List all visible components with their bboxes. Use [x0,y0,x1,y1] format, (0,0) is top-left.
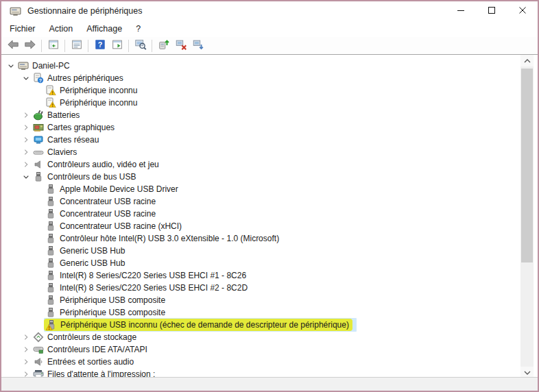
device-manager-icon [10,5,21,17]
usb-icon [45,258,56,269]
menu-item-fichier[interactable]: Fichier [3,22,43,36]
update-driver-button[interactable] [155,38,172,53]
warning-device-icon: ! [45,85,56,96]
highlight-annotation: !Périphérique USB inconnu (échec de dema… [44,319,352,331]
back-arrow-button[interactable] [4,38,21,53]
menu-item-affichage[interactable]: Affichage [80,22,129,36]
chevron-spacer [33,196,44,207]
tree-item-label: Contrôleurs IDE ATA/ATAPI [47,343,147,356]
chevron-collapsed-icon[interactable] [21,159,32,170]
chevron-collapsed-icon[interactable] [21,332,32,343]
scrollbar-thumb[interactable] [521,69,533,262]
usb-icon [33,171,44,182]
usb-icon [45,307,56,318]
tree-row[interactable]: Concentrateur USB racine (xHCI) [1,220,539,232]
tree-item-label: Generic USB Hub [60,257,125,269]
tree-row[interactable]: Concentrateur USB racine [1,208,539,220]
tree-row[interactable]: Contrôleurs IDE ATA/ATAPI [1,343,539,356]
selected-row-background: !Périphérique USB inconnu (échec de dema… [44,318,357,332]
window-title: Gestionnaire de périphériques [27,6,142,16]
tree-item-label: Contrôleurs de bus USB [47,171,136,183]
window-controls [445,1,538,21]
forward-arrow-icon [24,38,36,53]
tree-row[interactable]: Cartes réseau [1,134,539,146]
maximize-button[interactable] [476,1,507,21]
tree-row[interactable]: ?Autres périphériques [1,72,539,84]
tree-item-label: Concentrateur USB racine [60,195,156,208]
usb-icon [45,221,56,232]
tree-item-label: Périphérique USB composite [60,306,165,319]
tree-row[interactable]: Batteries [1,109,539,121]
chevron-expanded-icon[interactable] [21,73,32,84]
chevron-expanded-icon[interactable] [21,171,32,182]
vertical-scrollbar[interactable] [520,55,534,378]
tree-row[interactable]: Intel(R) 8 Series/C220 Series USB EHCI #… [1,269,539,282]
svg-text:?: ? [97,40,102,49]
usb-icon [45,270,56,281]
tree-item-label: Generic USB Hub [60,245,125,257]
chevron-collapsed-icon[interactable] [21,134,32,145]
tree-row[interactable]: Claviers [1,146,539,158]
warning-device-icon: ! [45,97,56,108]
tree-row[interactable]: Périphérique USB composite [1,306,539,319]
menu-item-action[interactable]: Action [43,22,80,36]
chevron-collapsed-icon[interactable] [21,344,32,355]
chevron-collapsed-icon[interactable] [21,110,32,121]
unknown-device-icon: ? [33,73,44,84]
ide-icon [33,344,44,355]
tree-row[interactable]: Contrôleur hôte Intel(R) USB 3.0 eXtensi… [1,232,539,245]
tree-row[interactable]: Concentrateur USB racine [1,195,539,208]
chevron-spacer [33,245,44,256]
forward-arrow-button[interactable] [21,38,38,53]
tree-row[interactable]: Contrôleurs de bus USB [1,171,539,183]
update-driver-icon [158,38,170,53]
tree-row[interactable]: Apple Mobile Device USB Driver [1,183,539,195]
tree-item-label: Contrôleurs de stockage [47,331,136,343]
help-button[interactable]: ? [91,38,108,53]
chevron-expanded-icon[interactable] [5,60,16,71]
chevron-collapsed-icon[interactable] [21,122,32,133]
tree-row[interactable]: !Périphérique inconnu [1,97,539,109]
scroll-up-button[interactable] [520,55,534,66]
toolbar-separator [152,40,152,52]
tree-item-label: Apple Mobile Device USB Driver [60,183,178,195]
properties-icon [71,38,83,53]
chevron-collapsed-icon[interactable] [21,356,32,367]
tree-item-label: Intel(R) 8 Series/C220 Series USB EHCI #… [60,282,248,294]
battery-icon [33,110,44,121]
action-pane-button[interactable] [108,38,125,53]
chevron-collapsed-icon[interactable] [21,147,32,158]
tree-item-label: Concentrateur USB racine (xHCI) [60,220,182,232]
properties-button[interactable] [68,38,85,53]
console-tree-button[interactable] [45,38,62,53]
scan-hw-changes-button[interactable] [189,38,206,53]
tree-item-label: Intel(R) 8 Series/C220 Series USB EHCI #… [60,269,246,282]
scan-hw-changes-icon [192,38,204,53]
tree-row[interactable]: Entrées et sorties audio [1,356,539,368]
scan-button[interactable] [132,38,149,53]
chevron-spacer [33,307,44,318]
svg-text:!: ! [51,103,53,108]
menu-item-?[interactable]: ? [129,22,147,36]
tree-row[interactable]: Contrôleurs de stockage [1,331,539,343]
chevron-spacer [33,221,44,232]
tree-row[interactable]: Périphérique USB composite [1,294,539,306]
uninstall-icon [175,38,187,53]
usb-icon [45,295,56,306]
tree-row[interactable]: !Périphérique inconnu [1,84,539,97]
tree-row[interactable]: !Périphérique USB inconnu (échec de dema… [1,319,539,331]
tree-row[interactable]: Contrôleurs audio, vidéo et jeu [1,158,539,171]
uninstall-button[interactable] [172,38,189,53]
close-button[interactable] [507,1,538,21]
close-icon [518,5,527,17]
tree-row[interactable]: Generic USB Hub [1,245,539,257]
tree-row[interactable]: Intel(R) 8 Series/C220 Series USB EHCI #… [1,282,539,294]
chevron-spacer [33,258,44,269]
tree-item-label: Périphérique inconnu [60,97,137,109]
storage-icon [33,332,44,343]
tree-row[interactable]: Generic USB Hub [1,257,539,269]
tree-item-label: Périphérique USB inconnu (échec de deman… [60,319,349,331]
tree-row[interactable]: Daniel-PC [1,60,539,72]
tree-row[interactable]: Cartes graphiques [1,121,539,134]
minimize-button[interactable] [445,1,476,21]
